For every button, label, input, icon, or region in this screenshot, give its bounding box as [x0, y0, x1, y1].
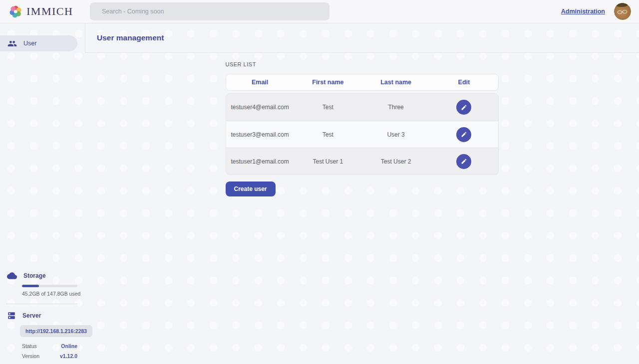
pencil-icon	[461, 131, 467, 138]
storage-title: Storage	[23, 272, 46, 279]
cell-email: testuser4@email.com	[226, 104, 294, 111]
users-icon	[7, 39, 17, 48]
sidebar: User Storage 45.2GB of 147.8GB used Serv…	[0, 23, 85, 364]
server-icon	[7, 311, 16, 320]
table-header: Email First name Last name Edit	[226, 74, 499, 91]
app-name: IMMICH	[26, 5, 73, 18]
sidebar-item-user[interactable]: User	[0, 35, 77, 51]
table-row: testuser4@email.com Test Three	[226, 94, 498, 121]
cell-last-name: User 3	[362, 131, 430, 138]
server-status-row: Status Online	[22, 343, 77, 349]
edit-user-button[interactable]	[456, 154, 471, 169]
server-title: Server	[22, 312, 41, 319]
pencil-icon	[461, 104, 467, 111]
cell-first-name: Test	[294, 104, 362, 111]
table-row: testuser3@email.com Test User 3	[226, 121, 498, 148]
main-content: User management USER LIST Email First na…	[85, 0, 639, 364]
column-header-edit: Edit	[430, 79, 498, 86]
administration-link[interactable]: Administration	[561, 8, 605, 15]
edit-user-button[interactable]	[456, 127, 471, 142]
column-header-last-name: Last name	[362, 79, 430, 86]
sidebar-item-user-label: User	[23, 40, 36, 47]
user-list-label: USER LIST	[226, 61, 499, 67]
cloud-icon	[7, 271, 17, 281]
cell-email: testuser1@email.com	[226, 158, 294, 165]
avatar[interactable]	[614, 3, 631, 20]
status-value: Online	[61, 343, 77, 349]
search-input[interactable]	[90, 2, 329, 20]
column-header-email: Email	[226, 79, 294, 86]
pencil-icon	[461, 158, 467, 165]
immich-logo-icon	[9, 5, 22, 18]
server-version-row: Version v1.12.0	[22, 353, 77, 359]
page-title-bar: User management	[85, 23, 639, 53]
top-bar: IMMICH Administration	[0, 0, 639, 23]
create-user-button[interactable]: Create user	[226, 182, 276, 196]
cell-first-name: Test User 1	[294, 158, 362, 165]
table-rows: testuser4@email.com Test Three testuser3…	[226, 93, 499, 175]
version-label: Version	[22, 353, 39, 359]
table-row: testuser1@email.com Test User 1 Test Use…	[226, 148, 498, 175]
cell-first-name: Test	[294, 131, 362, 138]
page-title: User management	[97, 33, 164, 42]
storage-progress-fill	[22, 285, 39, 287]
column-header-first-name: First name	[294, 79, 362, 86]
sidebar-divider	[6, 304, 77, 304]
brand[interactable]: IMMICH	[0, 5, 90, 18]
storage-progress-bar	[22, 285, 77, 287]
cell-last-name: Three	[362, 104, 430, 111]
version-value: v1.12.0	[60, 353, 77, 359]
status-label: Status	[22, 343, 37, 349]
sidebar-status-panel: Storage 45.2GB of 147.8GB used Server ht…	[0, 271, 85, 359]
edit-user-button[interactable]	[456, 100, 471, 115]
storage-usage-text: 45.2GB of 147.8GB used	[22, 291, 85, 297]
server-url-chip: http://192.168.1.216:2283	[20, 325, 92, 337]
cell-last-name: Test User 2	[362, 158, 430, 165]
cell-email: testuser3@email.com	[226, 131, 294, 138]
